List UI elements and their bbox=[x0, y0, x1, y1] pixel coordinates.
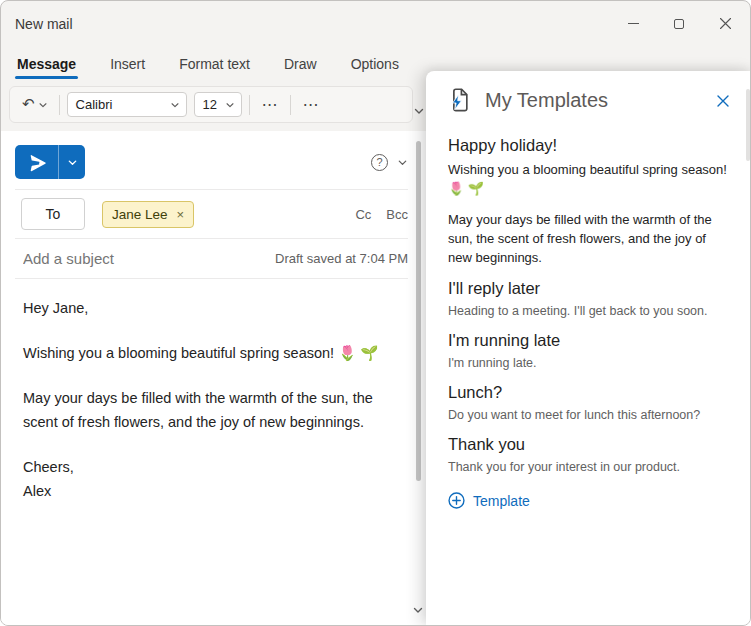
titlebar: New mail bbox=[1, 1, 750, 46]
message-body-editor[interactable]: Hey Jane, Wishing you a blooming beautif… bbox=[1, 279, 426, 503]
my-templates-panel: My Templates Happy holiday! Wishing you … bbox=[426, 71, 751, 625]
window-title: New mail bbox=[15, 16, 73, 32]
cc-button[interactable]: Cc bbox=[355, 207, 371, 222]
chevron-down-icon bbox=[412, 604, 424, 616]
template-item-thank-you[interactable]: Thank you Thank you for your interest in… bbox=[448, 435, 732, 476]
ribbon-tab-bar: Message Insert Format text Draw Options bbox=[15, 47, 401, 81]
font-name-value: Calibri bbox=[76, 97, 113, 112]
toolbar-divider bbox=[290, 95, 291, 115]
draft-saved-status: Draft saved at 7:04 PM bbox=[275, 251, 408, 266]
chevron-down-icon bbox=[225, 100, 235, 110]
panel-scrollbar[interactable] bbox=[746, 89, 750, 161]
body-paragraph: Cheers, Alex bbox=[23, 455, 406, 503]
close-icon bbox=[719, 17, 732, 30]
send-row: ? bbox=[1, 131, 426, 189]
close-panel-button[interactable] bbox=[716, 94, 730, 108]
tab-message[interactable]: Message bbox=[15, 49, 78, 79]
maximize-icon bbox=[674, 19, 684, 29]
recipient-chip-jane-lee[interactable]: Jane Lee × bbox=[102, 201, 194, 228]
minimize-icon bbox=[628, 23, 639, 24]
help-icon: ? bbox=[371, 154, 388, 171]
chevron-down-icon bbox=[67, 157, 78, 168]
to-button[interactable]: To bbox=[21, 198, 85, 230]
window-controls bbox=[610, 1, 748, 46]
more-formatting-button[interactable]: ⋯ bbox=[257, 92, 283, 118]
minimize-button[interactable] bbox=[610, 1, 656, 46]
add-circle-icon bbox=[448, 492, 465, 509]
send-split-button bbox=[15, 145, 85, 179]
font-size-value: 12 bbox=[203, 97, 217, 112]
chevron-down-icon bbox=[170, 100, 180, 110]
chevron-down-icon bbox=[397, 157, 408, 168]
ribbon-collapse-button[interactable] bbox=[411, 102, 427, 120]
templates-list: Happy holiday! Wishing you a blooming be… bbox=[426, 114, 751, 509]
template-body: I'm running late. bbox=[448, 355, 732, 372]
tab-draw[interactable]: Draw bbox=[282, 49, 319, 79]
close-icon bbox=[716, 94, 730, 108]
compose-area: ? To Jane Lee × Cc Bcc Draft saved at 7:… bbox=[1, 131, 426, 625]
font-name-select[interactable]: Calibri bbox=[67, 92, 187, 117]
new-mail-window: New mail Message Insert Format text Draw… bbox=[0, 0, 751, 626]
more-options-icon: ⋯ bbox=[262, 97, 278, 113]
subject-input[interactable] bbox=[23, 250, 275, 267]
template-body: May your days be filled with the warmth … bbox=[448, 210, 732, 267]
remove-recipient-icon[interactable]: × bbox=[177, 207, 185, 222]
recipient-name: Jane Lee bbox=[112, 207, 168, 222]
add-template-button[interactable]: Template bbox=[448, 492, 732, 509]
template-title: I'll reply later bbox=[448, 279, 732, 298]
template-item-reply-later[interactable]: I'll reply later Heading to a meeting. I… bbox=[448, 279, 732, 320]
undo-icon: ↶ bbox=[22, 97, 35, 112]
template-item-happy-holiday[interactable]: Happy holiday! Wishing you a blooming be… bbox=[448, 136, 732, 267]
body-paragraph: May your days be filled with the warmth … bbox=[23, 386, 406, 434]
body-paragraph: Wishing you a blooming beautiful spring … bbox=[23, 341, 406, 365]
subject-row: Draft saved at 7:04 PM bbox=[1, 239, 426, 278]
recipients-row: To Jane Lee × Cc Bcc bbox=[1, 190, 426, 238]
template-item-lunch[interactable]: Lunch? Do you want to meet for lunch thi… bbox=[448, 383, 732, 424]
formatting-toolbar: ↶ Calibri 12 ⋯ ⋯ bbox=[9, 86, 413, 123]
template-title: Thank you bbox=[448, 435, 732, 454]
add-template-label: Template bbox=[473, 493, 530, 509]
chevron-down-icon bbox=[413, 105, 425, 117]
help-menu-button[interactable]: ? bbox=[371, 154, 408, 171]
cc-bcc-group: Cc Bcc bbox=[355, 207, 408, 222]
scrollbar-thumb[interactable] bbox=[416, 141, 421, 481]
template-body: Wishing you a blooming beautiful spring … bbox=[448, 160, 732, 198]
toolbar-divider bbox=[59, 95, 60, 115]
template-body: Thank you for your interest in our produ… bbox=[448, 459, 732, 476]
template-title: Happy holiday! bbox=[448, 136, 732, 155]
close-window-button[interactable] bbox=[702, 1, 748, 46]
panel-title: My Templates bbox=[485, 89, 608, 112]
more-commands-button[interactable]: ⋯ bbox=[298, 92, 324, 118]
undo-button[interactable]: ↶ bbox=[18, 93, 52, 116]
compose-scrollbar[interactable] bbox=[411, 131, 426, 625]
body-paragraph: Hey Jane, bbox=[23, 296, 406, 320]
send-options-button[interactable] bbox=[58, 145, 85, 179]
more-options-icon: ⋯ bbox=[303, 97, 319, 113]
tab-options[interactable]: Options bbox=[349, 49, 401, 79]
send-button[interactable] bbox=[15, 145, 58, 179]
tab-format-text[interactable]: Format text bbox=[177, 49, 252, 79]
template-body: Heading to a meeting. I'll get back to y… bbox=[448, 303, 732, 320]
send-icon bbox=[27, 153, 46, 172]
template-body: Do you want to meet for lunch this after… bbox=[448, 407, 732, 424]
toolbar-divider bbox=[249, 95, 250, 115]
my-templates-icon bbox=[446, 87, 473, 114]
bcc-button[interactable]: Bcc bbox=[386, 207, 408, 222]
template-item-running-late[interactable]: I'm running late I'm running late. bbox=[448, 331, 732, 372]
template-title: I'm running late bbox=[448, 331, 732, 350]
maximize-button[interactable] bbox=[656, 1, 702, 46]
tab-insert[interactable]: Insert bbox=[108, 49, 147, 79]
chevron-down-icon bbox=[38, 100, 48, 110]
scroll-down-button[interactable] bbox=[412, 602, 424, 620]
panel-header: My Templates bbox=[426, 71, 751, 114]
font-size-select[interactable]: 12 bbox=[194, 92, 242, 117]
template-title: Lunch? bbox=[448, 383, 732, 402]
